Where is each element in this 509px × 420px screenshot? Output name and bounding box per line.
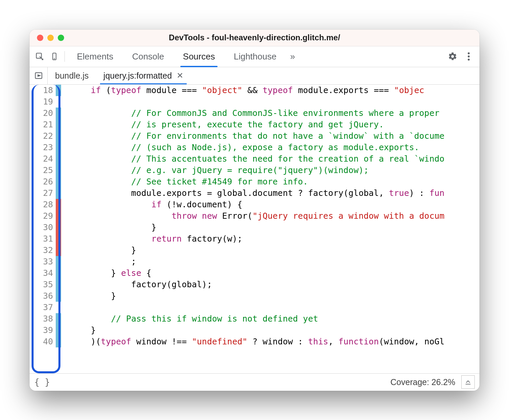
- code-area[interactable]: if (typeof module === "object" && typeof…: [61, 85, 479, 373]
- code-line[interactable]: throw new Error("jQuery requires a windo…: [71, 210, 479, 222]
- line-number[interactable]: 33: [30, 256, 53, 267]
- line-number[interactable]: 20: [30, 108, 53, 119]
- code-line[interactable]: // See ticket #14549 for more info.: [71, 176, 479, 187]
- line-number[interactable]: 23: [30, 142, 53, 153]
- code-line[interactable]: }: [71, 325, 479, 336]
- line-number[interactable]: 36: [30, 290, 53, 302]
- code-line[interactable]: module.exports = global.document ? facto…: [71, 187, 479, 199]
- coverage-marker: [56, 256, 61, 267]
- show-navigator-icon[interactable]: [30, 67, 48, 84]
- code-line[interactable]: }: [71, 245, 479, 256]
- line-number[interactable]: 37: [30, 302, 53, 313]
- coverage-marker: [56, 85, 61, 96]
- code-line[interactable]: if (typeof module === "object" && typeof…: [71, 85, 479, 96]
- line-number[interactable]: 25: [30, 165, 53, 176]
- file-tab-strip: bundle.js jquery.js:formatted ✕: [30, 67, 479, 85]
- line-number[interactable]: 21: [30, 119, 53, 130]
- tab-console[interactable]: Console: [123, 46, 173, 67]
- coverage-marker: [56, 245, 61, 256]
- minimize-window-button[interactable]: [47, 35, 54, 41]
- line-number[interactable]: 24: [30, 153, 53, 165]
- line-number[interactable]: 26: [30, 176, 53, 187]
- line-number[interactable]: 19: [30, 96, 53, 108]
- window-title: DevTools - foul-heavenly-direction.glitc…: [30, 33, 479, 42]
- line-number[interactable]: 38: [30, 313, 53, 325]
- line-number[interactable]: 29: [30, 210, 53, 222]
- line-number[interactable]: 28: [30, 199, 53, 210]
- code-line[interactable]: }: [71, 290, 479, 302]
- line-number[interactable]: 39: [30, 325, 53, 336]
- code-line[interactable]: ;: [71, 256, 479, 267]
- coverage-marker: [56, 210, 61, 222]
- line-number[interactable]: 27: [30, 187, 53, 199]
- coverage-marker: [56, 187, 61, 199]
- code-line[interactable]: // For environments that do not have a `…: [71, 130, 479, 142]
- code-line[interactable]: // Pass this if window is not defined ye…: [71, 313, 479, 325]
- pretty-print-icon[interactable]: { }: [34, 377, 50, 387]
- line-number[interactable]: 22: [30, 130, 53, 142]
- tab-sources[interactable]: Sources: [174, 46, 224, 67]
- coverage-marker: [56, 267, 61, 279]
- line-number[interactable]: 34: [30, 267, 53, 279]
- code-line[interactable]: [71, 96, 479, 108]
- file-tab-label: jquery.js:formatted: [103, 71, 172, 81]
- more-tabs-button[interactable]: »: [286, 46, 299, 67]
- devtools-window: DevTools - foul-heavenly-direction.glitc…: [30, 30, 479, 391]
- coverage-marker: [56, 290, 61, 302]
- file-tab-label: bundle.js: [55, 71, 89, 81]
- svg-point-5: [468, 58, 470, 60]
- coverage-marker: [56, 130, 61, 142]
- code-line[interactable]: if (!w.document) {: [71, 199, 479, 210]
- source-editor[interactable]: 1819202122232425262728293031323334353637…: [30, 85, 479, 373]
- coverage-marker: [56, 96, 61, 108]
- line-number[interactable]: 18: [30, 85, 53, 96]
- file-tab-bundle[interactable]: bundle.js: [48, 67, 96, 84]
- tab-lighthouse[interactable]: Lighthouse: [224, 46, 286, 67]
- tab-elements[interactable]: Elements: [67, 46, 123, 67]
- coverage-marker: [56, 199, 61, 210]
- kebab-menu-icon[interactable]: [461, 48, 477, 65]
- line-number[interactable]: 35: [30, 279, 53, 290]
- coverage-marker: [56, 279, 61, 290]
- code-line[interactable]: factory(global);: [71, 279, 479, 290]
- coverage-marker: [56, 233, 61, 245]
- show-drawer-icon[interactable]: [461, 375, 475, 389]
- code-line[interactable]: )(typeof window !== "undefined" ? window…: [71, 336, 479, 347]
- coverage-label: Coverage: 26.2%: [390, 377, 455, 387]
- file-tab-jquery[interactable]: jquery.js:formatted ✕: [96, 67, 191, 84]
- coverage-marker: [56, 153, 61, 165]
- code-line[interactable]: }: [71, 222, 479, 233]
- code-line[interactable]: // is present, execute the factory and g…: [71, 119, 479, 130]
- coverage-marker: [56, 336, 61, 347]
- coverage-marker: [56, 108, 61, 119]
- line-number[interactable]: 31: [30, 233, 53, 245]
- coverage-marker: [56, 313, 61, 325]
- close-window-button[interactable]: [37, 35, 43, 41]
- window-controls: [37, 35, 64, 41]
- svg-marker-7: [38, 75, 40, 76]
- panel-tabs: Elements Console Sources Lighthouse »: [67, 46, 299, 67]
- coverage-marker: [56, 165, 61, 176]
- code-line[interactable]: // (such as Node.js), expose a factory a…: [71, 142, 479, 153]
- code-line[interactable]: [71, 302, 479, 313]
- zoom-window-button[interactable]: [58, 35, 64, 41]
- line-number[interactable]: 32: [30, 245, 53, 256]
- coverage-marker: [56, 302, 61, 313]
- line-number[interactable]: 30: [30, 222, 53, 233]
- code-line[interactable]: return factory(w);: [71, 233, 479, 245]
- code-line[interactable]: // This accentuates the need for the cre…: [71, 153, 479, 165]
- code-line[interactable]: // For CommonJS and CommonJS-like enviro…: [71, 108, 479, 119]
- titlebar: DevTools - foul-heavenly-direction.glitc…: [30, 30, 479, 46]
- code-line[interactable]: } else {: [71, 267, 479, 279]
- close-tab-icon[interactable]: ✕: [177, 71, 183, 80]
- settings-icon[interactable]: [445, 48, 461, 65]
- code-line[interactable]: // e.g. var jQuery = require("jquery")(w…: [71, 165, 479, 176]
- device-toolbar-icon[interactable]: [47, 49, 62, 64]
- coverage-column: [56, 85, 61, 373]
- line-number[interactable]: 40: [30, 336, 53, 347]
- coverage-marker: [56, 142, 61, 153]
- inspect-element-icon[interactable]: [32, 49, 47, 64]
- coverage-marker: [56, 176, 61, 187]
- line-number-gutter: 1819202122232425262728293031323334353637…: [30, 85, 56, 373]
- main-toolbar: Elements Console Sources Lighthouse »: [30, 46, 479, 67]
